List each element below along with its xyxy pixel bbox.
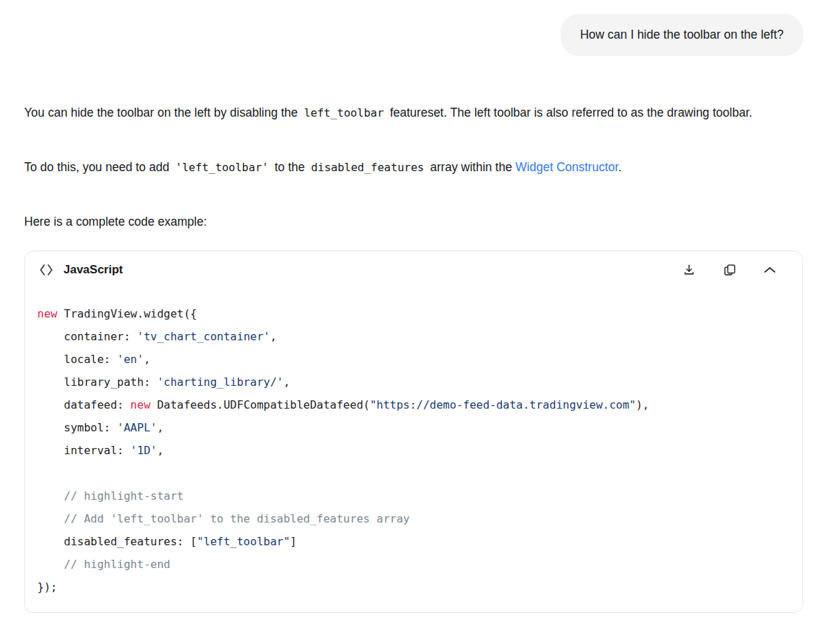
inline-code: left_toolbar bbox=[301, 106, 387, 119]
text-run: to the bbox=[271, 160, 309, 174]
code-line: }); bbox=[37, 576, 790, 598]
assistant-paragraph: To do this, you need to add 'left_toolba… bbox=[24, 156, 803, 179]
code-line: library_path: 'charting_library/', bbox=[37, 371, 790, 393]
assistant-prose: You can hide the toolbar on the left by … bbox=[24, 101, 803, 233]
code-content: new TradingView.widget({ container: 'tv_… bbox=[25, 289, 802, 612]
chat-page: How can I hide the toolbar on the left? … bbox=[0, 0, 823, 644]
inline-code: disabled_features bbox=[308, 161, 427, 174]
user-message-bubble: How can I hide the toolbar on the left? bbox=[561, 14, 803, 56]
chevron-up-icon bbox=[764, 266, 776, 274]
code-brackets-icon bbox=[39, 264, 56, 276]
collapse-button[interactable] bbox=[764, 266, 776, 274]
copy-button[interactable] bbox=[723, 263, 737, 277]
code-line: container: 'tv_chart_container', bbox=[37, 325, 790, 348]
inline-code: 'left_toolbar' bbox=[173, 161, 271, 174]
assistant-paragraph: Here is a complete code example: bbox=[24, 211, 803, 233]
text-run: . bbox=[618, 160, 621, 174]
code-line: // Add 'left_toolbar' to the disabled_fe… bbox=[37, 507, 790, 530]
text-run: array within the bbox=[427, 160, 515, 174]
code-line: // highlight-end bbox=[37, 553, 790, 576]
code-line: disabled_features: ["left_toolbar"] bbox=[37, 530, 790, 553]
text-run: featureset. The left toolbar is also ref… bbox=[387, 106, 753, 119]
text-run: To do this, you need to add bbox=[24, 160, 173, 174]
text-run: You can hide the toolbar on the left by … bbox=[24, 106, 301, 119]
code-line: interval: '1D', bbox=[37, 439, 790, 462]
code-block-header: JavaScript bbox=[25, 251, 802, 289]
widget-constructor-link[interactable]: Widget Constructor bbox=[516, 160, 619, 174]
code-block-card: JavaScript bbox=[24, 251, 803, 613]
download-icon bbox=[682, 263, 696, 277]
code-line: locale: 'en', bbox=[37, 348, 790, 371]
code-line: new TradingView.widget({ bbox=[37, 302, 790, 325]
copy-icon bbox=[723, 263, 737, 277]
code-language-label: JavaScript bbox=[64, 263, 123, 277]
code-line bbox=[37, 462, 790, 485]
text-run: Here is a complete code example: bbox=[24, 215, 207, 228]
user-message-row: How can I hide the toolbar on the left? bbox=[24, 14, 803, 56]
code-line: symbol: 'AAPL', bbox=[37, 416, 790, 439]
code-line: // highlight-start bbox=[37, 485, 790, 507]
code-header-actions bbox=[682, 263, 776, 277]
download-button[interactable] bbox=[682, 263, 696, 277]
code-line: datafeed: new Datafeeds.UDFCompatibleDat… bbox=[37, 393, 790, 416]
assistant-message: You can hide the toolbar on the left by … bbox=[24, 101, 803, 613]
assistant-paragraph: You can hide the toolbar on the left by … bbox=[24, 101, 803, 124]
